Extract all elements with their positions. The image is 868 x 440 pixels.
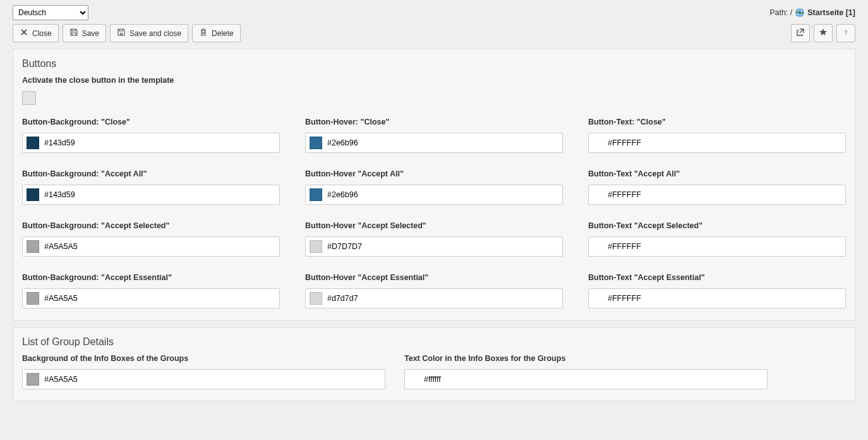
favorite-button[interactable]: [814, 24, 833, 42]
button-bg-row2-field[interactable]: [22, 236, 280, 257]
button-text-row0-label: Button-Text: "Close": [588, 118, 846, 126]
button-bg-row2-input[interactable]: [44, 242, 275, 251]
language-select[interactable]: Deutsch: [13, 5, 88, 20]
trash-icon: [199, 28, 208, 39]
button-text-row2-label: Button-Text "Accept Selected": [588, 221, 846, 230]
button-bg-row1-label: Button-Background: "Accept All": [22, 169, 280, 178]
color-swatch: [27, 188, 39, 201]
button-hover-row2-field[interactable]: [305, 236, 563, 257]
button-hover-row0-input[interactable]: [327, 138, 558, 147]
save-close-button[interactable]: Save and close: [110, 24, 188, 42]
save-close-label: Save and close: [130, 29, 181, 38]
group-bg-field[interactable]: [22, 369, 385, 389]
help-icon: ?: [841, 28, 850, 39]
color-swatch: [310, 292, 322, 305]
group-details-panel: List of Group Details Background of the …: [13, 327, 855, 401]
activate-close-checkbox[interactable]: [22, 91, 36, 105]
group-text-label: Text Color in the Info Boxes for the Gro…: [404, 354, 768, 363]
path-prefix: Path: /: [769, 8, 792, 17]
button-text-row1-field[interactable]: [588, 185, 846, 205]
color-swatch: [27, 137, 39, 149]
button-text-row3-label: Button-Text "Accept Essential": [588, 273, 846, 282]
button-text-row0-input[interactable]: [608, 138, 841, 147]
color-swatch: [310, 137, 322, 149]
button-text-row3-input[interactable]: [608, 294, 841, 303]
button-bg-row2-label: Button-Background: "Accept Selected": [22, 221, 280, 230]
button-hover-row0-field[interactable]: [305, 133, 563, 153]
button-text-row0-field[interactable]: [588, 133, 846, 153]
button-hover-row3-input[interactable]: [327, 294, 558, 303]
button-bg-row1-input[interactable]: [44, 190, 275, 199]
button-hover-row1-field[interactable]: [305, 185, 563, 205]
close-button[interactable]: Close: [13, 24, 59, 42]
delete-label: Delete: [212, 29, 234, 38]
button-text-row1-label: Button-Text "Accept All": [588, 169, 846, 178]
button-hover-row3-field[interactable]: [305, 288, 563, 309]
star-icon: [819, 28, 828, 39]
button-bg-row3-input[interactable]: [44, 294, 275, 303]
save-label: Save: [82, 29, 99, 38]
button-hover-row0-label: Button-Hover: "Close": [305, 118, 563, 126]
delete-button[interactable]: Delete: [192, 24, 241, 42]
button-bg-row0-field[interactable]: [22, 133, 280, 153]
button-hover-row1-label: Button-Hover "Accept All": [305, 169, 563, 178]
save-close-icon: [117, 28, 126, 39]
button-hover-row3-label: Button-Hover "Accept Essential": [305, 273, 563, 282]
breadcrumb: Path: / Startseite [1]: [769, 8, 855, 18]
button-bg-row0-input[interactable]: [44, 138, 275, 147]
close-icon: [20, 28, 28, 39]
group-bg-input[interactable]: [44, 375, 381, 384]
group-text-input[interactable]: [424, 375, 763, 384]
button-bg-row3-label: Button-Background: "Accept Essential": [22, 273, 280, 282]
button-bg-row0-label: Button-Background: "Close": [22, 118, 280, 126]
group-panel-title: List of Group Details: [22, 336, 846, 348]
button-hover-row2-label: Button-Hover "Accept Selected": [305, 221, 563, 230]
color-swatch: [27, 373, 39, 386]
help-button[interactable]: ?: [836, 24, 855, 42]
color-swatch: [310, 188, 322, 201]
button-text-row1-input[interactable]: [608, 190, 841, 199]
buttons-panel: Buttons Activate the close button in the…: [13, 49, 855, 321]
open-external-button[interactable]: [791, 24, 810, 42]
button-bg-row1-field[interactable]: [22, 185, 280, 205]
save-icon: [69, 28, 78, 39]
button-hover-row1-input[interactable]: [327, 190, 558, 199]
color-swatch: [27, 240, 39, 253]
page-title: Startseite [1]: [807, 8, 855, 17]
button-text-row2-field[interactable]: [588, 236, 846, 257]
color-swatch: [27, 292, 39, 305]
group-bg-label: Background of the Info Boxes of the Grou…: [22, 354, 385, 363]
svg-text:?: ?: [845, 28, 848, 36]
color-swatch: [310, 240, 322, 253]
button-hover-row2-input[interactable]: [327, 242, 558, 251]
activate-close-label: Activate the close button in the templat…: [22, 76, 846, 85]
save-button[interactable]: Save: [63, 24, 106, 42]
buttons-panel-title: Buttons: [22, 58, 846, 70]
external-link-icon: [796, 28, 805, 39]
globe-icon: [795, 8, 805, 18]
button-bg-row3-field[interactable]: [22, 288, 280, 309]
close-label: Close: [32, 29, 52, 38]
button-text-row3-field[interactable]: [588, 288, 846, 309]
group-text-field[interactable]: [404, 369, 768, 389]
button-text-row2-input[interactable]: [608, 242, 841, 251]
